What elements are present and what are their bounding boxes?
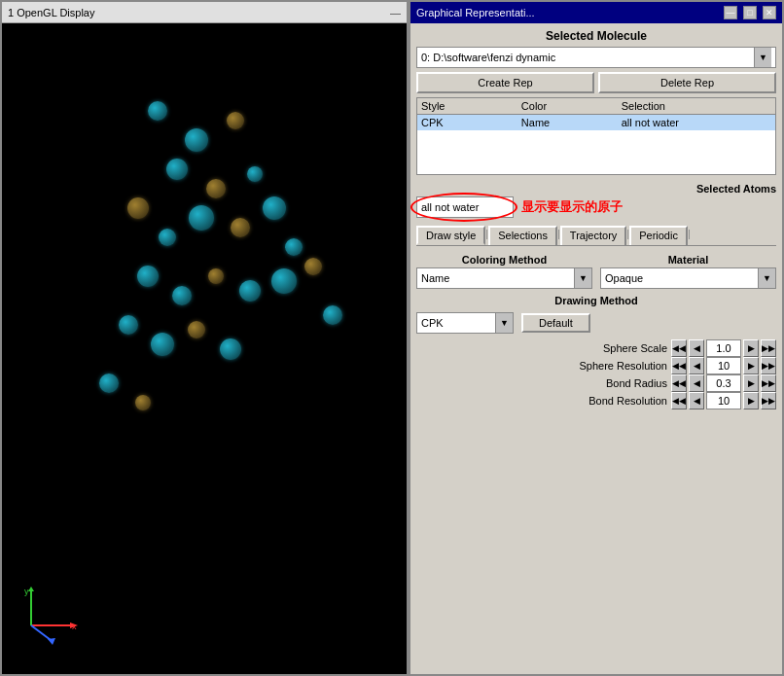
spinner-prev-prev-0[interactable]: ◀◀	[671, 339, 687, 357]
molecule	[220, 338, 241, 360]
spinner-next-next-1[interactable]: ▶▶	[761, 357, 776, 374]
drawing-method-select[interactable]: CPK ▼	[416, 312, 514, 334]
col-selection: Selection	[622, 100, 771, 112]
table-row[interactable]: CPK Name all not water	[417, 115, 775, 130]
spinner-next-next-3[interactable]: ▶▶	[761, 392, 776, 409]
molecule-dropdown-row: 0: D:\software\fenzi dynamic ▼	[416, 47, 776, 68]
spinner-value-3: 10	[706, 392, 741, 409]
molecule-dropdown[interactable]: 0: D:\software\fenzi dynamic ▼	[416, 47, 776, 68]
row-selection: all not water	[622, 117, 771, 128]
spinner-row-1: Sphere Resolution ◀◀ ◀ 10 ▶ ▶▶	[416, 357, 776, 374]
spinner-next-next-0[interactable]: ▶▶	[761, 339, 776, 357]
svg-text:x: x	[72, 622, 77, 631]
molecule	[137, 266, 159, 287]
opengl-viewport: x y	[2, 23, 407, 674]
svg-line-6	[31, 625, 51, 640]
spinner-next-next-2[interactable]: ▶▶	[761, 374, 776, 392]
spinner-prev-prev-2[interactable]: ◀◀	[671, 374, 687, 392]
molecule	[231, 218, 250, 237]
coloring-method-arrow[interactable]: ▼	[574, 268, 591, 288]
drawing-method-row: CPK ▼ Default	[416, 312, 776, 334]
opengl-controls: —	[390, 7, 401, 18]
panel-close-btn[interactable]: ✕	[763, 6, 776, 19]
molecule	[263, 196, 286, 220]
panel-titlebar: Graphical Representati... — □ ✕	[410, 2, 782, 23]
molecule	[208, 268, 224, 284]
spinner-prev-2[interactable]: ◀	[689, 374, 704, 392]
material-select[interactable]: Opaque ▼	[600, 267, 776, 289]
coloring-method-group: Coloring Method Name ▼	[416, 254, 592, 289]
tab-draw-style[interactable]: Draw style	[416, 226, 485, 245]
titlebar-controls: — □ ✕	[724, 6, 776, 19]
drawing-method-value: CPK	[417, 313, 495, 333]
spinner-next-1[interactable]: ▶	[743, 357, 759, 374]
spinner-label-3: Bond Resolution	[416, 395, 667, 407]
spinner-next-3[interactable]: ▶	[743, 392, 759, 409]
form-section: Coloring Method Name ▼ Material Opaque ▼…	[416, 254, 776, 409]
molecule-dropdown-arrow[interactable]: ▼	[754, 48, 771, 67]
spinner-row-0: Sphere Scale ◀◀ ◀ 1.0 ▶ ▶▶	[416, 339, 776, 357]
spinner-label-2: Bond Radius	[416, 377, 667, 389]
spinner-prev-0[interactable]: ◀	[689, 339, 704, 357]
default-button[interactable]: Default	[521, 313, 590, 333]
material-label: Material	[600, 254, 776, 266]
opengl-minimize[interactable]: —	[390, 7, 401, 18]
selected-atoms-input[interactable]	[416, 196, 514, 218]
molecule	[148, 101, 167, 121]
molecule	[166, 159, 188, 180]
col-color: Color	[521, 100, 622, 112]
graphical-panel: Graphical Representati... — □ ✕ Selected…	[409, 0, 784, 676]
spinner-next-0[interactable]: ▶	[743, 339, 759, 357]
molecule	[304, 258, 322, 275]
spinner-value-2: 0.3	[706, 374, 741, 392]
tab-trajectory[interactable]: Trajectory	[560, 226, 627, 245]
material-arrow[interactable]: ▼	[758, 268, 775, 288]
create-rep-button[interactable]: Create Rep	[416, 72, 594, 93]
selected-atoms-label: Selected Atoms	[416, 183, 776, 195]
molecule	[135, 395, 151, 410]
molecule	[188, 321, 205, 338]
spinner-prev-3[interactable]: ◀	[689, 392, 704, 409]
spinner-prev-prev-3[interactable]: ◀◀	[671, 392, 687, 409]
molecule	[99, 374, 119, 393]
rep-button-row: Create Rep Delete Rep	[416, 72, 776, 93]
panel-body: Selected Molecule 0: D:\software\fenzi d…	[410, 23, 782, 674]
spinners-container: Sphere Scale ◀◀ ◀ 1.0 ▶ ▶▶ Sphere Resolu…	[416, 339, 776, 409]
col-style: Style	[421, 100, 521, 112]
spinner-prev-1[interactable]: ◀	[689, 357, 704, 374]
molecule	[189, 205, 214, 231]
rep-table-header: Style Color Selection	[417, 98, 775, 115]
tab-periodic[interactable]: Periodic	[629, 226, 688, 245]
panel-maximize-btn[interactable]: □	[743, 6, 757, 19]
spinner-next-2[interactable]: ▶	[743, 374, 759, 392]
spinner-row-3: Bond Resolution ◀◀ ◀ 10 ▶ ▶▶	[416, 392, 776, 409]
delete-rep-button[interactable]: Delete Rep	[598, 72, 776, 93]
molecule	[127, 197, 149, 219]
coloring-method-select[interactable]: Name ▼	[416, 267, 592, 289]
drawing-method-arrow[interactable]: ▼	[495, 313, 513, 333]
panel-minimize-btn[interactable]: —	[724, 6, 737, 19]
opengl-titlebar: 1 OpenGL Display —	[2, 2, 407, 23]
selected-atoms-section: Selected Atoms 显示要显示的原子	[416, 183, 776, 218]
spinner-label-1: Sphere Resolution	[416, 360, 667, 372]
molecule	[323, 305, 342, 325]
opengl-window: 1 OpenGL Display — x y	[0, 0, 409, 676]
tab-selections[interactable]: Selections	[488, 226, 557, 245]
atoms-annotation-text: 显示要显示的原子	[521, 198, 623, 216]
coloring-method-label: Coloring Method	[416, 254, 592, 266]
molecule	[119, 315, 138, 335]
material-group: Material Opaque ▼	[600, 254, 776, 289]
spinner-controls-1: ◀◀ ◀ 10 ▶ ▶▶	[671, 357, 776, 374]
spinner-label-0: Sphere Scale	[416, 342, 667, 354]
tabs-row: Draw style | Selections | Trajectory | P…	[416, 226, 776, 246]
svg-marker-4	[28, 587, 34, 591]
molecule-dropdown-value: 0: D:\software\fenzi dynamic	[421, 52, 555, 63]
molecule	[271, 268, 297, 294]
coloring-material-row: Coloring Method Name ▼ Material Opaque ▼	[416, 254, 776, 289]
atoms-input-wrapper	[416, 196, 514, 218]
selected-molecule-label: Selected Molecule	[416, 29, 776, 43]
rep-table: Style Color Selection CPK Name all not w…	[416, 97, 776, 175]
spinner-prev-prev-1[interactable]: ◀◀	[671, 357, 687, 374]
spinner-controls-0: ◀◀ ◀ 1.0 ▶ ▶▶	[671, 339, 776, 357]
material-value: Opaque	[601, 268, 758, 288]
